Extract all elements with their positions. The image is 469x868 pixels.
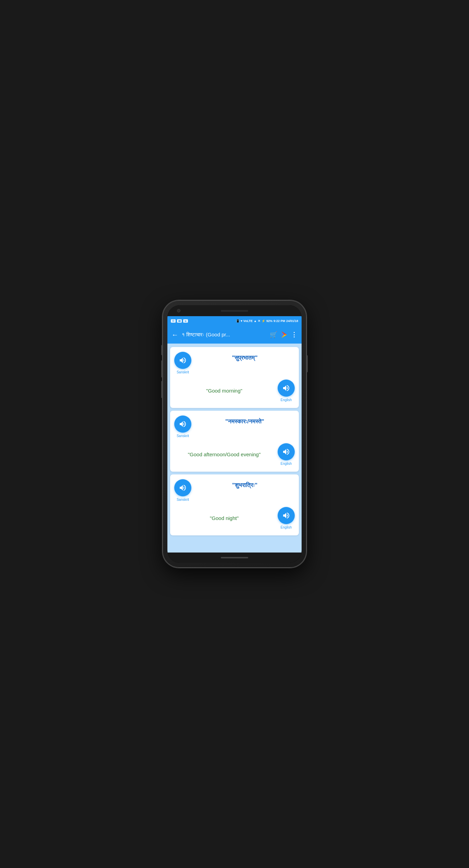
time-display: 9:22 PM — [274, 319, 285, 323]
app-bar-actions: 🛒 ⋮ — [270, 331, 297, 339]
phone-bottom-bar — [167, 553, 302, 563]
mute-button — [161, 381, 163, 398]
status-bar: ⊡ 🖼 N 📳 ▾ VoLTE ▲ ✕ ⚡ 92% 9:22 PM 24/01/… — [167, 316, 302, 326]
card-2-top: Sanskrit "नमस्कारः/नमस्ते" — [174, 416, 295, 438]
vocab-card-3: Sanskrit "शुभरात्रिः" "Good night" Engli… — [170, 474, 299, 535]
sanskrit-label-2: Sanskrit — [177, 434, 189, 438]
english-label-2: English — [281, 462, 292, 466]
card-3-top: Sanskrit "शुभरात्रिः" — [174, 479, 295, 501]
sanskrit-text-2: "नमस्कारः/नमस्ते" — [195, 416, 295, 425]
image-icon: 🖼 — [177, 319, 182, 323]
card-1-bottom: "Good morning" English — [174, 378, 295, 403]
charging-icon: ⚡ — [262, 319, 265, 323]
sanskrit-speak-button-1[interactable] — [174, 352, 191, 369]
signal-icon: ▲ — [254, 319, 257, 323]
phone-screen: ⊡ 🖼 N 📳 ▾ VoLTE ▲ ✕ ⚡ 92% 9:22 PM 24/01/… — [167, 305, 302, 563]
cart-icon[interactable]: 🛒 — [270, 331, 277, 338]
english-btn-wrap-1: English — [278, 380, 295, 402]
app-bar-title: १ शिष्टाचारः (Good pr... — [182, 332, 266, 338]
sanskrit-text-1: "सुप्रभातम्" — [195, 352, 295, 361]
sanskrit-speak-button-3[interactable] — [174, 479, 191, 496]
sanskrit-btn-wrap-2: Sanskrit — [174, 416, 191, 438]
sanskrit-btn-wrap-3: Sanskrit — [174, 479, 191, 501]
card-2-bottom: "Good afternoon/Good evening" English — [174, 442, 295, 467]
battery-pct: 92% — [266, 319, 272, 323]
status-right-info: 📳 ▾ VoLTE ▲ ✕ ⚡ 92% 9:22 PM 24/01/18 — [236, 319, 298, 323]
card-3-bottom: "Good night" English — [174, 506, 295, 531]
english-btn-wrap-3: English — [278, 507, 295, 529]
sanskrit-text-3: "शुभरात्रिः" — [195, 479, 295, 489]
phone-frame: ⊡ 🖼 N 📳 ▾ VoLTE ▲ ✕ ⚡ 92% 9:22 PM 24/01/… — [163, 300, 306, 568]
more-options-icon[interactable]: ⋮ — [291, 331, 297, 338]
app-bar: ← १ शिष्टाचारः (Good pr... 🛒 ⋮ — [167, 326, 302, 344]
english-btn-wrap-2: English — [278, 443, 295, 466]
english-speak-button-3[interactable] — [278, 507, 295, 524]
english-text-2: "Good afternoon/Good evening" — [174, 451, 278, 457]
back-button[interactable]: ← — [172, 331, 178, 339]
sanskrit-btn-wrap-1: Sanskrit — [174, 352, 191, 374]
date-display: 24/01/18 — [286, 319, 298, 323]
vocab-card-1: Sanskrit "सुप्रभातम्" "Good morning" Eng… — [170, 347, 299, 408]
english-text-1: "Good morning" — [174, 388, 278, 394]
phone-top-hardware — [167, 305, 302, 316]
signal2-icon: ✕ — [258, 319, 261, 323]
power-button — [306, 355, 308, 372]
camera-lens — [177, 309, 180, 312]
home-indicator — [221, 557, 248, 558]
english-speak-button-2[interactable] — [278, 443, 295, 460]
play-store-icon[interactable] — [280, 331, 288, 339]
volte-label: VoLTE — [243, 319, 253, 323]
notification-icon: N — [183, 319, 188, 323]
english-label-3: English — [281, 525, 292, 529]
sanskrit-label-1: Sanskrit — [177, 370, 189, 374]
screen-record-icon: ⊡ — [171, 319, 176, 323]
sanskrit-label-3: Sanskrit — [177, 498, 189, 501]
english-text-3: "Good night" — [174, 515, 278, 521]
content-area: Sanskrit "सुप्रभातम्" "Good morning" Eng… — [167, 344, 302, 553]
wifi-icon: ▾ — [241, 319, 242, 323]
earpiece-speaker — [221, 310, 248, 312]
vocab-card-2: Sanskrit "नमस्कारः/नमस्ते" "Good afterno… — [170, 411, 299, 472]
english-speak-button-1[interactable] — [278, 380, 295, 397]
sanskrit-speak-button-2[interactable] — [174, 416, 191, 433]
card-1-top: Sanskrit "सुप्रभातम्" — [174, 352, 295, 374]
status-left-icons: ⊡ 🖼 N — [171, 319, 188, 323]
volume-up-button — [161, 345, 163, 355]
volume-down-button — [161, 360, 163, 377]
english-label-1: English — [281, 398, 292, 402]
vibrate-icon: 📳 — [236, 319, 240, 323]
